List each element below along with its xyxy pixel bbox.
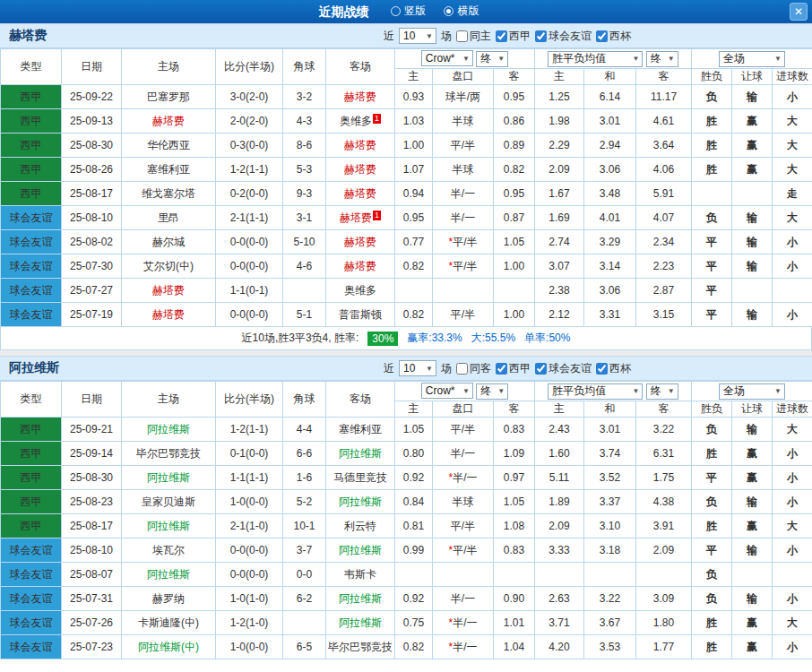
match-row: 西甲25-08-17维戈塞尔塔0-2(0-0)9-3赫塔费0.94半/一0.95… <box>1 182 812 206</box>
full-match-select[interactable]: 全场▼ <box>719 51 785 67</box>
match-date-cell: 25-08-23 <box>62 490 122 514</box>
avg-odds-group: 胜平负均值▼ 终▼ <box>535 49 692 69</box>
odds-stage-select[interactable]: 终▼ <box>476 51 508 67</box>
league-checkbox[interactable] <box>496 30 507 42</box>
team-name: 赫塔费 <box>340 211 372 224</box>
handicap-result-cell: 赢 <box>732 442 773 466</box>
league-type-cell: 西甲 <box>1 134 62 158</box>
home-team-cell: 塞维利亚 <box>122 158 216 182</box>
team-name: 赫塔费 <box>344 163 376 176</box>
league-checkbox[interactable] <box>496 363 507 375</box>
avg-home-cell: 1.60 <box>535 442 584 466</box>
crown-home-odds-cell: 0.84 <box>395 490 433 514</box>
full-match-select[interactable]: 全场▼ <box>719 383 785 400</box>
filter-same-home[interactable]: 同主 <box>456 29 491 44</box>
avg-draw-cell: 3.52 <box>584 466 636 490</box>
team-name: 赫塔费 <box>152 308 185 321</box>
col-odds-home: 主 <box>395 69 433 85</box>
home-team-cell: 维戈塞尔塔 <box>122 182 216 206</box>
goals-result-cell: 小 <box>773 230 812 254</box>
avg-odds-select[interactable]: 胜平负均值▼ <box>548 51 643 67</box>
avg-draw-cell: 3.14 <box>584 254 636 279</box>
close-button[interactable]: ✕ <box>790 3 808 21</box>
checkbox-label: 西杯 <box>609 29 631 44</box>
away-team-cell: 马德里竞技 <box>326 466 395 490</box>
match-count-select[interactable]: 10▼ <box>399 28 436 44</box>
chevron-down-icon: ▼ <box>426 365 433 373</box>
crown-away-odds-cell: 0.83 <box>494 538 535 563</box>
avg-draw-cell: 3.01 <box>584 109 636 134</box>
avg-draw-cell: 3.74 <box>584 442 636 466</box>
home-team-cell: 赫塔费 <box>122 109 216 134</box>
avg-home-cell: 3.07 <box>535 254 584 279</box>
wdl-result-cell: 负 <box>692 587 732 611</box>
col-home: 主场 <box>122 382 216 418</box>
team-name: 华伦西亚 <box>147 139 190 151</box>
handicap-line-cell: 半/一 <box>433 206 494 230</box>
radio-icon <box>444 6 454 16</box>
avg-away-cell: 2.34 <box>636 230 692 254</box>
handicap-line-cell: *半/一 <box>433 611 494 635</box>
handicap-result-cell: 输 <box>732 587 773 611</box>
match-date-cell: 25-08-07 <box>62 563 122 587</box>
goals-result-cell: 大 <box>773 158 812 182</box>
layout-vertical-radio[interactable]: 竖版 <box>391 4 426 19</box>
match-row: 球会友谊25-07-19赫塔费0-0(0-0)5-1普雷斯顿0.82平/半1.0… <box>1 303 812 327</box>
matches-table: 类型 日期 主场 比分(半场) 角球 客场 Crow*▼ 终▼ 胜平负均值▼ 终… <box>0 381 812 659</box>
home-team-cell: 埃瓦尔 <box>122 538 216 563</box>
match-count-select[interactable]: 10▼ <box>399 360 436 376</box>
wdl-result-cell: 胜 <box>692 442 732 466</box>
filter-league[interactable]: 西甲 <box>496 29 531 44</box>
bookmaker-select[interactable]: Crow*▼ <box>421 383 473 399</box>
filter-cup[interactable]: 西杯 <box>596 361 631 376</box>
wdl-result-cell: 负 <box>692 490 732 514</box>
filter-league[interactable]: 西甲 <box>496 361 531 376</box>
cup-checkbox[interactable] <box>596 363 608 375</box>
match-row: 西甲25-09-14毕尔巴鄂竞技0-1(0-0)6-6阿拉维斯0.80半/一1.… <box>1 442 812 466</box>
filter-same-away[interactable]: 同客 <box>456 361 491 376</box>
friendly-checkbox[interactable] <box>535 363 547 375</box>
avg-odds-select[interactable]: 胜平负均值▼ <box>548 383 643 400</box>
filter-friendly[interactable]: 球会友谊 <box>535 361 592 376</box>
crown-home-odds-cell: 0.82 <box>395 635 433 659</box>
corners-cell: 6-5 <box>283 635 326 659</box>
avg-draw-cell: 3.10 <box>584 514 636 538</box>
match-row: 球会友谊25-08-10埃瓦尔0-0(0-0)3-7阿拉维斯0.99*平/半0.… <box>1 538 812 563</box>
filter-cup[interactable]: 西杯 <box>596 29 631 44</box>
bookmaker-select[interactable]: Crow*▼ <box>421 50 473 66</box>
same-away-checkbox[interactable] <box>456 363 468 375</box>
avg-away-cell: 2.87 <box>636 279 692 303</box>
wdl-result-cell: 平 <box>692 254 732 279</box>
handicap-line-cell: 半/一 <box>433 442 494 466</box>
near-label: 近 <box>384 29 394 44</box>
crown-away-odds-cell: 1.00 <box>494 254 535 279</box>
layout-horizontal-radio[interactable]: 横版 <box>444 4 479 19</box>
avg-away-cell: 3.22 <box>636 418 692 442</box>
checkbox-label: 球会友谊 <box>549 361 592 376</box>
match-row: 球会友谊25-07-26卡斯迪隆(中)1-2(1-0)阿拉维斯0.75*半/一1… <box>1 611 812 635</box>
avg-home-cell: 2.74 <box>535 230 584 254</box>
match-date-cell: 25-08-17 <box>62 514 122 538</box>
col-score: 比分(半场) <box>216 49 283 85</box>
odds-stage-select[interactable]: 终▼ <box>646 51 678 67</box>
match-date-cell: 25-08-10 <box>62 538 122 563</box>
avg-home-cell <box>535 563 584 587</box>
home-team-cell: 赫塔费 <box>122 303 216 327</box>
avg-away-cell: 3.09 <box>636 587 692 611</box>
cup-checkbox[interactable] <box>596 30 608 42</box>
league-type-cell: 球会友谊 <box>1 563 62 587</box>
odds-stage-select[interactable]: 终▼ <box>646 383 678 400</box>
friendly-checkbox[interactable] <box>535 30 547 42</box>
col-odds-line: 盘口 <box>433 69 494 85</box>
avg-away-cell: 11.17 <box>636 85 692 109</box>
chevron-down-icon: ▼ <box>497 387 505 395</box>
filter-friendly[interactable]: 球会友谊 <box>535 29 592 44</box>
corners-cell: 6-2 <box>283 587 326 611</box>
goals-result-cell <box>773 563 812 587</box>
corners-cell: 3-7 <box>283 538 326 563</box>
home-team-cell: 艾尔切(中) <box>122 254 216 279</box>
odds-stage-select[interactable]: 终▼ <box>476 383 508 400</box>
match-date-cell: 25-09-13 <box>62 109 122 134</box>
same-home-checkbox[interactable] <box>456 30 468 42</box>
avg-away-cell: 1.80 <box>636 611 692 635</box>
